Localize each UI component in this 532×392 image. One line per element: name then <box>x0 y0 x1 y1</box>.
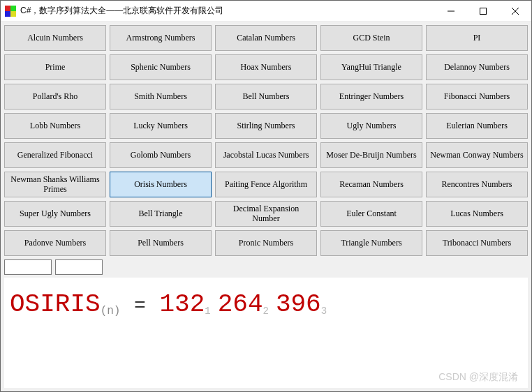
algorithm-button[interactable]: Super Ugly Numbers <box>4 201 106 227</box>
param-input-2[interactable] <box>55 259 103 275</box>
window-title: C#，数字序列算法大全——北京联高软件开发有限公司 <box>20 5 435 17</box>
svg-rect-3 <box>10 11 16 17</box>
watermark: CSDN @深度混淆 <box>438 371 518 384</box>
algorithm-button[interactable]: Pell Numbers <box>110 230 212 256</box>
algorithm-button[interactable]: Alcuin Numbers <box>4 25 106 51</box>
svg-rect-1 <box>10 6 16 11</box>
algorithm-button[interactable]: Generalized Fibonacci <box>4 142 106 168</box>
svg-rect-0 <box>5 6 10 11</box>
algorithm-button[interactable]: Lobb Numbers <box>4 113 106 139</box>
sequence-values: 132126423963 <box>159 302 334 315</box>
param-input-1[interactable] <box>4 259 52 275</box>
algorithm-button[interactable]: Newman Conway Numbers <box>426 142 528 168</box>
maximize-button[interactable] <box>467 1 499 21</box>
sequence-value: 132 <box>159 290 205 319</box>
algorithm-button[interactable]: GCD Stein <box>320 25 422 51</box>
app-window: C#，数字序列算法大全——北京联高软件开发有限公司 Alcuin Numbers… <box>0 0 532 392</box>
sequence-subscript: (n) <box>101 305 121 317</box>
svg-rect-5 <box>480 8 487 14</box>
sequence-value: 264 <box>218 290 263 319</box>
close-button[interactable] <box>499 1 531 21</box>
algorithm-button[interactable]: Bell Numbers <box>215 84 317 110</box>
sequence-index: 2 <box>263 306 269 317</box>
algorithm-button[interactable]: Entringer Numbers <box>320 84 422 110</box>
output-panel: OSIRIS(n) = 132126423963 CSDN @深度混淆 <box>4 278 528 388</box>
sequence-name: OSIRIS <box>10 290 101 319</box>
algorithm-button[interactable]: Paiting Fence Algorithm <box>215 172 317 197</box>
algorithm-button[interactable]: Smith Numbers <box>110 84 212 110</box>
algorithm-button[interactable]: Lucky Numbers <box>110 113 212 139</box>
svg-rect-2 <box>5 11 10 17</box>
algorithm-button[interactable]: Recaman Numbers <box>320 172 422 197</box>
sequence-index: 1 <box>205 306 210 317</box>
algorithm-button[interactable]: Ugly Numbers <box>320 113 422 139</box>
algorithm-button[interactable]: Moser De-Bruijn Numbers <box>320 142 422 168</box>
algorithm-button[interactable]: Delannoy Numbers <box>426 54 528 80</box>
window-controls <box>435 1 531 21</box>
algorithm-button[interactable]: Hoax Numbers <box>215 54 317 80</box>
algorithm-button[interactable]: PI <box>426 25 528 51</box>
app-icon <box>5 6 16 17</box>
algorithm-button[interactable]: Stirling Numbers <box>215 113 317 139</box>
client-area: Alcuin NumbersArmstrong NumbersCatalan N… <box>1 22 531 391</box>
titlebar: C#，数字序列算法大全——北京联高软件开发有限公司 <box>1 1 531 22</box>
sequence-index: 3 <box>321 306 327 317</box>
algorithm-button[interactable]: Pollard's Rho <box>4 84 106 110</box>
algorithm-button[interactable]: Armstrong Numbers <box>110 25 212 51</box>
algorithm-button[interactable]: Pronic Numbers <box>215 230 317 256</box>
algorithm-button[interactable]: Orisis Numbers <box>110 172 212 197</box>
algorithm-button[interactable]: Padonve Numbers <box>4 230 106 256</box>
algorithm-button[interactable]: Decimal Expansion Number <box>215 201 317 227</box>
algorithm-button[interactable]: Euler Constant <box>320 201 422 227</box>
input-row <box>4 259 528 275</box>
algorithm-button[interactable]: Triangle Numbers <box>320 230 422 256</box>
algorithm-button[interactable]: Golomb Numbers <box>110 142 212 168</box>
algorithm-button[interactable]: Eulerian Numbers <box>426 113 528 139</box>
sequence-value: 396 <box>276 290 321 319</box>
algorithm-button[interactable]: Bell Triangle <box>110 201 212 227</box>
algorithm-button[interactable]: Catalan Numbers <box>215 25 317 51</box>
algorithm-button[interactable]: Prime <box>4 54 106 80</box>
algorithm-button[interactable]: Lucas Numbers <box>426 201 528 227</box>
algorithm-button[interactable]: Rencontres Numbers <box>426 172 528 197</box>
algorithm-button[interactable]: Tribonacci Numbers <box>426 230 528 256</box>
algorithm-button-grid: Alcuin NumbersArmstrong NumbersCatalan N… <box>4 25 528 256</box>
equals-sign: = <box>134 295 146 317</box>
algorithm-button[interactable]: Fibonacci Numbers <box>426 84 528 110</box>
algorithm-button[interactable]: Sphenic Numbers <box>110 54 212 80</box>
algorithm-button[interactable]: Newman Shanks Williams Primes <box>4 172 106 197</box>
algorithm-button[interactable]: YangHui Triangle <box>320 54 422 80</box>
algorithm-button[interactable]: Jacobstal Lucas Numbers <box>215 142 317 168</box>
minimize-button[interactable] <box>435 1 467 21</box>
